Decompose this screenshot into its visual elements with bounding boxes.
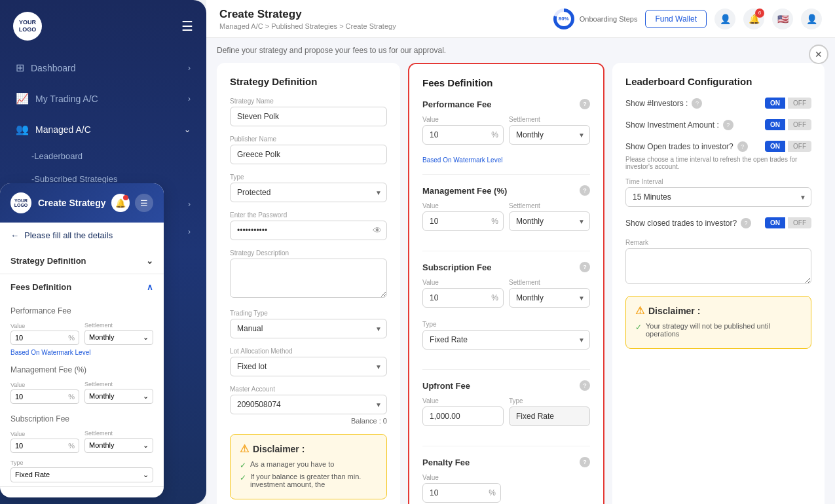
progress-circle: 80% bbox=[553, 9, 574, 29]
toggle-on-button[interactable]: ON bbox=[765, 217, 785, 228]
notification-button[interactable]: 🔔 6 bbox=[743, 9, 764, 29]
description-group: Strategy Description bbox=[230, 249, 387, 300]
description-textarea[interactable] bbox=[230, 259, 387, 298]
strategy-definition-card: Strategy Definition Strategy Name Publis… bbox=[217, 63, 400, 504]
sidebar-item-dashboard[interactable]: ⊞ Dashboard › bbox=[0, 52, 206, 83]
back-arrow-icon: ← bbox=[10, 230, 19, 240]
mgmt-settlement-group: Settlement Monthly ▼ bbox=[509, 202, 590, 231]
value-field: 10 % bbox=[10, 331, 79, 345]
balance-text: Balance : 0 bbox=[230, 417, 387, 425]
mgmt-value-group: Value % bbox=[422, 202, 504, 231]
toggle-off-button[interactable]: OFF bbox=[788, 119, 811, 130]
time-interval-group: Time Interval 15 Minutes 30 Minutes 1 Ho… bbox=[625, 178, 811, 207]
help-icon[interactable]: ? bbox=[580, 380, 590, 391]
leaderboard-sub-label: -Leaderboard bbox=[31, 151, 83, 161]
help-icon[interactable]: ? bbox=[737, 141, 748, 152]
trading-icon: 📈 bbox=[16, 92, 29, 105]
help-icon[interactable]: ? bbox=[580, 262, 590, 272]
help-icon[interactable]: ? bbox=[723, 120, 733, 130]
upfront-value-input[interactable] bbox=[422, 406, 504, 426]
lb-card-title: Leaderboard Configuration bbox=[625, 76, 811, 87]
watermark-link: Based On Watermark Level bbox=[422, 156, 590, 164]
subs-fee-sub: Subscription Fee bbox=[0, 410, 164, 427]
trading-type-select[interactable]: Manual bbox=[230, 319, 387, 338]
profile-icon[interactable]: 👤 bbox=[801, 9, 822, 29]
password-input[interactable] bbox=[230, 221, 387, 240]
remark-textarea[interactable] bbox=[625, 248, 811, 284]
perf-settlement-group: Settlement Monthly ▼ bbox=[509, 116, 590, 145]
chevron-icon: › bbox=[188, 63, 191, 73]
toggle-off-button[interactable]: OFF bbox=[788, 98, 811, 109]
mgmt-value-input[interactable] bbox=[422, 211, 504, 231]
mgmt-settlement-select[interactable]: Monthly bbox=[509, 211, 590, 231]
mgmt-fee-sub: Management Fee (%) bbox=[0, 361, 164, 378]
fees-section-header[interactable]: Fees Definition ∧ bbox=[0, 274, 164, 300]
page-title: Create Strategy bbox=[219, 8, 396, 21]
notification-badge: 6 bbox=[755, 9, 764, 18]
mgmt-fee-title: Management Fee (%) ? bbox=[422, 185, 590, 196]
publisher-name-input[interactable] bbox=[230, 145, 387, 164]
subs-fee-label: Subscription Fee bbox=[422, 262, 491, 272]
dashboard-icon: ⊞ bbox=[16, 62, 24, 74]
sidebar-item-leaderboard[interactable]: -Leaderboard bbox=[0, 145, 206, 168]
progress-pct: 80% bbox=[557, 12, 571, 26]
upfront-type-label: Type bbox=[509, 397, 590, 405]
perf-value-input[interactable] bbox=[422, 125, 504, 145]
chevron-icon: › bbox=[188, 94, 191, 103]
lot-allocation-select[interactable]: Fixed lot bbox=[230, 357, 387, 376]
flag-icon[interactable]: 🇺🇸 bbox=[772, 9, 793, 29]
back-label: Please fill all the details bbox=[24, 230, 113, 240]
help-icon[interactable]: ? bbox=[692, 98, 702, 109]
toggle-off-button[interactable]: OFF bbox=[788, 141, 811, 152]
toggle-on-button[interactable]: ON bbox=[765, 119, 785, 130]
upfront-value-group: Value bbox=[422, 397, 504, 426]
time-interval-select[interactable]: 15 Minutes 30 Minutes 1 Hour bbox=[625, 187, 811, 207]
master-account-select[interactable]: 2090508074 bbox=[230, 395, 387, 414]
upfront-type-input bbox=[509, 406, 590, 426]
master-account-group: Master Account 2090508074 ▼ Balance : 0 bbox=[230, 386, 387, 425]
user-icon-button[interactable]: 👤 bbox=[714, 9, 735, 29]
toggle-on-button[interactable]: ON bbox=[765, 141, 785, 152]
show-investment-toggle: ON OFF bbox=[765, 119, 811, 130]
strategy-name-input[interactable] bbox=[230, 107, 387, 126]
perf-settlement-select[interactable]: Monthly bbox=[509, 125, 590, 145]
settlement-wrap: Settlement Monthly⌄ bbox=[84, 322, 153, 345]
penalty-value-input[interactable] bbox=[422, 483, 501, 503]
subs-settlement-select[interactable]: Monthly bbox=[509, 288, 590, 308]
perf-fee-label: Performance Fee bbox=[422, 99, 492, 109]
bell-button[interactable]: 🔔 bbox=[111, 194, 130, 212]
lot-allocation-select-wrap: Fixed lot ▼ bbox=[230, 357, 387, 376]
performance-fee-title: Performance Fee ? bbox=[422, 99, 590, 109]
sidebar-label-trading: My Trading A/C bbox=[35, 94, 98, 104]
help-icon[interactable]: ? bbox=[580, 99, 590, 109]
hamburger-icon[interactable]: ☰ bbox=[181, 18, 193, 34]
menu-button[interactable]: ☰ bbox=[135, 194, 153, 212]
toggle-off-button[interactable]: OFF bbox=[788, 217, 811, 228]
subs-value-input[interactable] bbox=[422, 288, 504, 308]
subs-type-select[interactable]: Fixed Rate bbox=[422, 330, 590, 350]
description-label: Strategy Description bbox=[230, 249, 387, 257]
eye-icon[interactable]: 👁 bbox=[373, 225, 382, 236]
show-closed-trades-row: Show closed trades to investor? ? ON OFF bbox=[625, 217, 811, 228]
close-button[interactable]: ✕ bbox=[809, 45, 828, 64]
help-icon[interactable]: ? bbox=[580, 457, 590, 467]
show-closed-trades-text: Show closed trades to investor? bbox=[625, 219, 737, 228]
subs-value-label: Value bbox=[422, 279, 504, 286]
toggle-on-button[interactable]: ON bbox=[765, 98, 785, 109]
sidebar-logo-area: YOUR LOGO ☰ bbox=[0, 0, 206, 52]
settlement-label: Settlement bbox=[84, 322, 153, 329]
topbar: Create Strategy Managed A/C > Published … bbox=[206, 0, 835, 38]
sidebar-item-trading[interactable]: 📈 My Trading A/C › bbox=[0, 83, 206, 114]
subs-settlement-group: Settlement Monthly ▼ bbox=[509, 279, 590, 308]
sidebar-item-managed[interactable]: 👥 Managed A/C ⌄ bbox=[0, 114, 206, 145]
help-icon[interactable]: ? bbox=[741, 218, 751, 228]
fund-wallet-button[interactable]: Fund Wallet bbox=[645, 10, 707, 28]
open-trades-note: Please choose a time interval to refresh… bbox=[625, 156, 811, 170]
strategy-section-header[interactable]: Strategy Definition ⌄ bbox=[0, 248, 164, 274]
back-button[interactable]: ← Please fill all the details bbox=[0, 223, 164, 248]
type-select[interactable]: Protected bbox=[230, 183, 387, 202]
type-select-wrap: Protected ▼ bbox=[230, 183, 387, 202]
slide-panel-header: YOUR LOGO Create Strategy 🔔 ☰ bbox=[0, 183, 164, 223]
fees-definition-section: Fees Definition ∧ Performance Fee Value … bbox=[0, 274, 164, 487]
help-icon[interactable]: ? bbox=[580, 185, 590, 196]
